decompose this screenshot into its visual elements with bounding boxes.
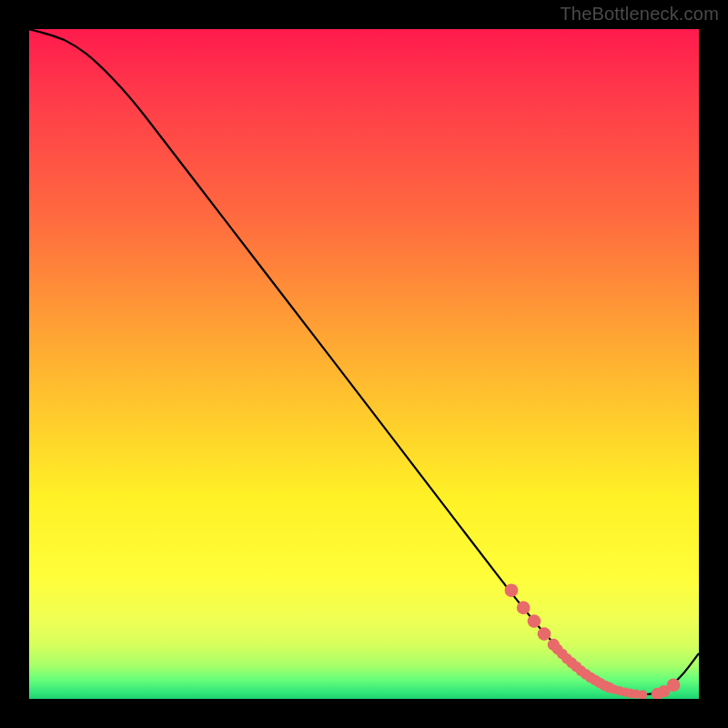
curve-layer [29, 29, 699, 699]
bottleneck-curve [29, 29, 699, 694]
data-marker [505, 583, 519, 597]
chart-container: TheBottleneck.com [0, 0, 728, 728]
plot-area [29, 29, 699, 699]
data-marker [538, 627, 551, 641]
data-marker [528, 614, 541, 628]
data-marker [517, 602, 531, 615]
watermark-text: TheBottleneck.com [560, 4, 719, 25]
data-marker [667, 679, 681, 693]
